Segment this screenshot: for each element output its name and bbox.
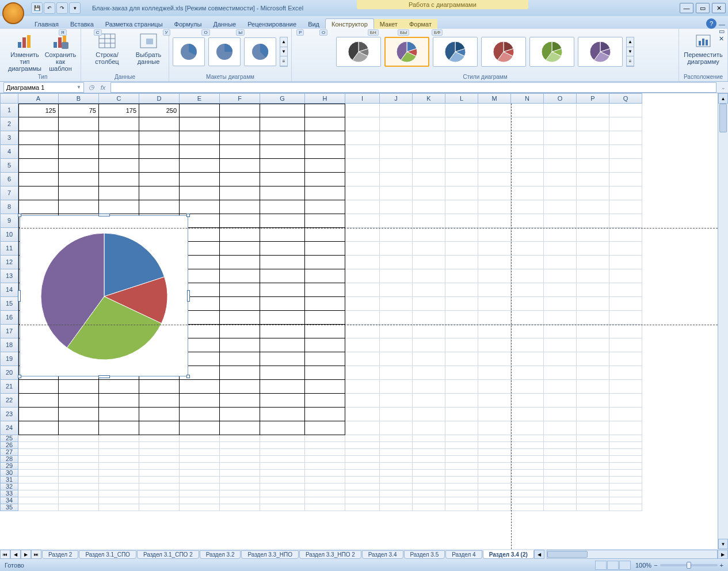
cell[interactable] [99, 380, 139, 394]
cell[interactable] [99, 159, 139, 173]
sheet-tab[interactable]: Раздел 3.1_СПО 2 [137, 550, 199, 559]
row-header-1[interactable]: 1 [0, 104, 18, 117]
row-header-14[interactable]: 14 [0, 283, 18, 297]
cell[interactable] [345, 297, 380, 311]
cell[interactable] [478, 117, 511, 131]
cell[interactable] [511, 159, 544, 173]
cell[interactable] [413, 131, 445, 145]
cell[interactable] [511, 435, 544, 442]
cell[interactable] [59, 497, 99, 504]
tab-page-layout[interactable]: Разметка страницыУ [100, 19, 169, 29]
cell[interactable] [99, 117, 139, 131]
cell[interactable] [139, 442, 180, 449]
maximize-button[interactable]: ▭ [696, 3, 710, 13]
cell[interactable] [413, 228, 445, 242]
cell[interactable] [445, 131, 478, 145]
cell[interactable] [609, 394, 642, 408]
cell[interactable] [413, 283, 445, 297]
cell[interactable] [478, 477, 511, 484]
cell[interactable] [345, 421, 380, 435]
office-button[interactable] [2, 2, 24, 24]
cell[interactable]: 250 [139, 104, 180, 117]
cell[interactable] [180, 394, 220, 408]
cell[interactable] [180, 159, 220, 173]
cell[interactable] [260, 131, 305, 145]
cell[interactable] [544, 456, 577, 463]
cell[interactable] [305, 338, 345, 352]
cell[interactable] [305, 435, 345, 442]
cell[interactable] [305, 421, 345, 435]
cell[interactable] [478, 470, 511, 477]
cell[interactable] [380, 200, 413, 214]
cell[interactable] [577, 256, 609, 269]
cell[interactable] [59, 408, 99, 421]
cell[interactable] [260, 456, 305, 463]
cell[interactable] [413, 311, 445, 325]
cell[interactable] [577, 228, 609, 242]
column-header-M[interactable]: M [478, 93, 511, 104]
cell[interactable] [413, 256, 445, 269]
cell[interactable] [220, 311, 260, 325]
cell[interactable] [18, 504, 59, 511]
cell[interactable] [609, 435, 642, 442]
cell[interactable] [511, 131, 544, 145]
cell[interactable] [139, 186, 180, 200]
cell[interactable] [345, 497, 380, 504]
cell[interactable] [380, 283, 413, 297]
cell[interactable] [99, 463, 139, 470]
cell[interactable] [99, 186, 139, 200]
cell[interactable] [445, 477, 478, 484]
cell[interactable] [478, 228, 511, 242]
cell[interactable] [413, 435, 445, 442]
cell[interactable] [445, 338, 478, 352]
cell[interactable] [380, 394, 413, 408]
cell[interactable] [413, 173, 445, 186]
cell[interactable] [59, 470, 99, 477]
cell[interactable] [260, 283, 305, 297]
cell[interactable] [577, 214, 609, 228]
cell[interactable] [609, 242, 642, 256]
chart-style-5[interactable] [529, 37, 574, 67]
cell[interactable] [511, 228, 544, 242]
cell[interactable] [544, 145, 577, 159]
cell[interactable] [220, 145, 260, 159]
row-header-12[interactable]: 12 [0, 256, 18, 269]
cell[interactable] [544, 338, 577, 352]
cell[interactable] [180, 470, 220, 477]
cell[interactable] [99, 200, 139, 214]
hscroll-right[interactable]: ▶ [718, 550, 728, 559]
vertical-scrollbar[interactable]: ▲ ▼ [718, 93, 728, 549]
cell[interactable] [511, 256, 544, 269]
cell[interactable] [577, 352, 609, 366]
cell[interactable] [18, 470, 59, 477]
cell[interactable] [345, 325, 380, 338]
cell[interactable] [305, 117, 345, 131]
tab-insert[interactable]: ВставкаС [64, 19, 100, 29]
cell[interactable] [609, 200, 642, 214]
cell[interactable] [511, 449, 544, 456]
cell[interactable] [180, 408, 220, 421]
row-header-8[interactable]: 8 [0, 200, 18, 214]
cell[interactable] [220, 104, 260, 117]
cell[interactable] [260, 484, 305, 490]
cell[interactable] [413, 497, 445, 504]
cell[interactable] [478, 408, 511, 421]
cell[interactable] [577, 269, 609, 283]
cell[interactable] [445, 145, 478, 159]
cell[interactable] [260, 214, 305, 228]
column-header-C[interactable]: C [99, 93, 139, 104]
cell[interactable] [478, 394, 511, 408]
cell[interactable] [380, 497, 413, 504]
cell[interactable] [18, 490, 59, 497]
cell[interactable] [305, 242, 345, 256]
cell[interactable] [380, 380, 413, 394]
name-box-input[interactable] [6, 84, 77, 91]
cell[interactable] [99, 442, 139, 449]
cell[interactable] [413, 449, 445, 456]
cell[interactable] [99, 435, 139, 442]
cell[interactable] [380, 338, 413, 352]
cell[interactable] [59, 484, 99, 490]
cell[interactable] [59, 456, 99, 463]
sheet-tab[interactable]: Раздел 2 [42, 550, 78, 559]
move-chart-button[interactable]: Переместить диаграмму [683, 31, 724, 66]
